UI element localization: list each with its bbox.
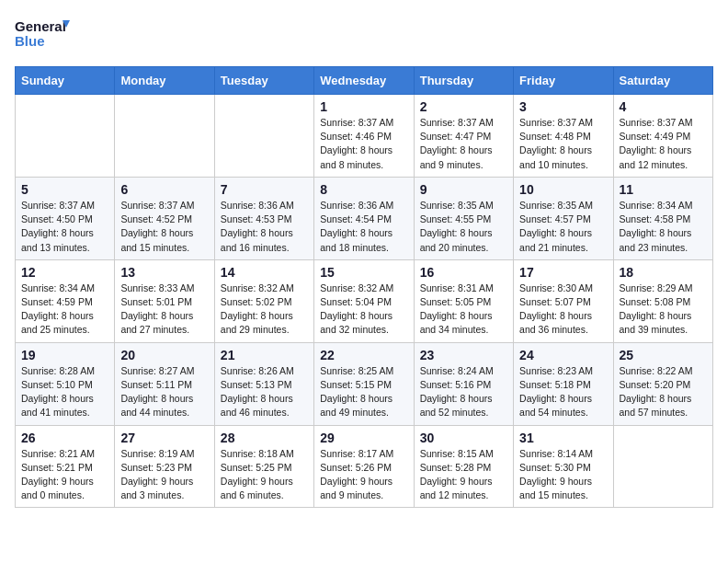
day-info: Sunrise: 8:14 AM Sunset: 5:30 PM Dayligh… bbox=[519, 447, 607, 503]
day-info: Sunrise: 8:32 AM Sunset: 5:02 PM Dayligh… bbox=[221, 282, 308, 338]
day-number: 9 bbox=[420, 182, 507, 197]
calendar-cell: 30Sunrise: 8:15 AM Sunset: 5:28 PM Dayli… bbox=[414, 425, 513, 508]
day-info: Sunrise: 8:17 AM Sunset: 5:26 PM Dayligh… bbox=[320, 447, 407, 503]
calendar-cell: 31Sunrise: 8:14 AM Sunset: 5:30 PM Dayli… bbox=[514, 425, 613, 508]
day-number: 27 bbox=[120, 431, 208, 445]
calendar-cell: 3Sunrise: 8:37 AM Sunset: 4:48 PM Daylig… bbox=[514, 95, 613, 178]
calendar-cell: 25Sunrise: 8:22 AM Sunset: 5:20 PM Dayli… bbox=[613, 342, 712, 425]
day-info: Sunrise: 8:34 AM Sunset: 4:59 PM Dayligh… bbox=[21, 282, 108, 338]
calendar-week-3: 12Sunrise: 8:34 AM Sunset: 4:59 PM Dayli… bbox=[16, 259, 713, 342]
day-info: Sunrise: 8:35 AM Sunset: 4:57 PM Dayligh… bbox=[519, 199, 607, 255]
day-number: 30 bbox=[420, 431, 507, 445]
calendar-cell: 22Sunrise: 8:25 AM Sunset: 5:15 PM Dayli… bbox=[314, 342, 414, 425]
calendar-cell: 29Sunrise: 8:17 AM Sunset: 5:26 PM Dayli… bbox=[314, 425, 414, 508]
day-info: Sunrise: 8:23 AM Sunset: 5:18 PM Dayligh… bbox=[519, 364, 607, 420]
day-number: 10 bbox=[519, 182, 607, 197]
calendar-cell bbox=[214, 95, 313, 178]
day-number: 1 bbox=[320, 99, 407, 114]
day-number: 22 bbox=[320, 348, 407, 362]
day-number: 31 bbox=[519, 431, 607, 445]
day-number: 11 bbox=[620, 182, 707, 197]
weekday-header-saturday: Saturday bbox=[613, 67, 712, 95]
calendar-week-2: 5Sunrise: 8:37 AM Sunset: 4:50 PM Daylig… bbox=[16, 177, 713, 259]
calendar-cell bbox=[613, 425, 712, 508]
calendar-cell: 12Sunrise: 8:34 AM Sunset: 4:59 PM Dayli… bbox=[16, 259, 115, 342]
day-info: Sunrise: 8:35 AM Sunset: 4:55 PM Dayligh… bbox=[420, 199, 507, 255]
day-number: 18 bbox=[620, 265, 707, 280]
day-number: 24 bbox=[519, 348, 607, 362]
day-number: 13 bbox=[120, 265, 208, 280]
day-number: 29 bbox=[320, 431, 407, 445]
day-number: 2 bbox=[420, 99, 507, 114]
calendar-cell: 26Sunrise: 8:21 AM Sunset: 5:21 PM Dayli… bbox=[16, 425, 115, 508]
day-info: Sunrise: 8:21 AM Sunset: 5:21 PM Dayligh… bbox=[21, 447, 108, 503]
day-info: Sunrise: 8:37 AM Sunset: 4:52 PM Dayligh… bbox=[120, 199, 208, 255]
logo: General Blue bbox=[15, 15, 70, 55]
calendar-cell: 4Sunrise: 8:37 AM Sunset: 4:49 PM Daylig… bbox=[613, 95, 712, 178]
svg-text:General: General bbox=[15, 18, 66, 34]
day-number: 16 bbox=[420, 265, 507, 280]
calendar-cell: 10Sunrise: 8:35 AM Sunset: 4:57 PM Dayli… bbox=[514, 177, 613, 259]
day-number: 6 bbox=[120, 182, 208, 197]
calendar-cell: 27Sunrise: 8:19 AM Sunset: 5:23 PM Dayli… bbox=[115, 425, 214, 508]
calendar-week-4: 19Sunrise: 8:28 AM Sunset: 5:10 PM Dayli… bbox=[16, 342, 713, 425]
calendar-cell bbox=[115, 95, 214, 178]
calendar-cell: 9Sunrise: 8:35 AM Sunset: 4:55 PM Daylig… bbox=[414, 177, 513, 259]
day-number: 26 bbox=[21, 431, 108, 445]
weekday-header-friday: Friday bbox=[514, 67, 613, 95]
calendar-cell: 28Sunrise: 8:18 AM Sunset: 5:25 PM Dayli… bbox=[214, 425, 313, 508]
day-number: 17 bbox=[519, 265, 607, 280]
day-number: 15 bbox=[320, 265, 407, 280]
day-info: Sunrise: 8:36 AM Sunset: 4:53 PM Dayligh… bbox=[221, 199, 308, 255]
day-number: 25 bbox=[620, 348, 707, 362]
weekday-header-tuesday: Tuesday bbox=[214, 67, 313, 95]
calendar-cell: 1Sunrise: 8:37 AM Sunset: 4:46 PM Daylig… bbox=[314, 95, 414, 178]
day-info: Sunrise: 8:31 AM Sunset: 5:05 PM Dayligh… bbox=[420, 282, 507, 338]
calendar-header-row: SundayMondayTuesdayWednesdayThursdayFrid… bbox=[16, 67, 713, 95]
day-info: Sunrise: 8:25 AM Sunset: 5:15 PM Dayligh… bbox=[320, 364, 407, 420]
calendar-cell: 7Sunrise: 8:36 AM Sunset: 4:53 PM Daylig… bbox=[214, 177, 313, 259]
calendar-cell: 15Sunrise: 8:32 AM Sunset: 5:04 PM Dayli… bbox=[314, 259, 414, 342]
weekday-header-wednesday: Wednesday bbox=[314, 67, 414, 95]
calendar-cell: 2Sunrise: 8:37 AM Sunset: 4:47 PM Daylig… bbox=[414, 95, 513, 178]
calendar-cell: 20Sunrise: 8:27 AM Sunset: 5:11 PM Dayli… bbox=[115, 342, 214, 425]
day-info: Sunrise: 8:33 AM Sunset: 5:01 PM Dayligh… bbox=[120, 282, 208, 338]
weekday-header-thursday: Thursday bbox=[414, 67, 513, 95]
calendar-cell: 13Sunrise: 8:33 AM Sunset: 5:01 PM Dayli… bbox=[115, 259, 214, 342]
day-info: Sunrise: 8:18 AM Sunset: 5:25 PM Dayligh… bbox=[221, 447, 308, 503]
day-info: Sunrise: 8:19 AM Sunset: 5:23 PM Dayligh… bbox=[120, 447, 208, 503]
day-number: 28 bbox=[221, 431, 308, 445]
day-info: Sunrise: 8:29 AM Sunset: 5:08 PM Dayligh… bbox=[620, 282, 707, 338]
day-number: 5 bbox=[21, 182, 108, 197]
calendar-cell: 8Sunrise: 8:36 AM Sunset: 4:54 PM Daylig… bbox=[314, 177, 414, 259]
day-info: Sunrise: 8:36 AM Sunset: 4:54 PM Dayligh… bbox=[320, 199, 407, 255]
calendar-cell: 16Sunrise: 8:31 AM Sunset: 5:05 PM Dayli… bbox=[414, 259, 513, 342]
calendar-cell: 5Sunrise: 8:37 AM Sunset: 4:50 PM Daylig… bbox=[16, 177, 115, 259]
weekday-header-monday: Monday bbox=[115, 67, 214, 95]
day-number: 7 bbox=[221, 182, 308, 197]
calendar-cell: 19Sunrise: 8:28 AM Sunset: 5:10 PM Dayli… bbox=[16, 342, 115, 425]
calendar-table: SundayMondayTuesdayWednesdayThursdayFrid… bbox=[15, 66, 713, 508]
calendar-cell: 23Sunrise: 8:24 AM Sunset: 5:16 PM Dayli… bbox=[414, 342, 513, 425]
day-info: Sunrise: 8:37 AM Sunset: 4:49 PM Dayligh… bbox=[620, 116, 707, 172]
svg-text:Blue: Blue bbox=[15, 33, 45, 49]
page-header: General Blue bbox=[15, 15, 713, 55]
calendar-cell: 11Sunrise: 8:34 AM Sunset: 4:58 PM Dayli… bbox=[613, 177, 712, 259]
calendar-cell bbox=[16, 95, 115, 178]
day-number: 4 bbox=[620, 99, 707, 114]
calendar-cell: 18Sunrise: 8:29 AM Sunset: 5:08 PM Dayli… bbox=[613, 259, 712, 342]
day-info: Sunrise: 8:37 AM Sunset: 4:48 PM Dayligh… bbox=[519, 116, 607, 172]
day-info: Sunrise: 8:34 AM Sunset: 4:58 PM Dayligh… bbox=[620, 199, 707, 255]
day-info: Sunrise: 8:28 AM Sunset: 5:10 PM Dayligh… bbox=[21, 364, 108, 420]
logo-svg: General Blue bbox=[15, 15, 70, 55]
day-info: Sunrise: 8:32 AM Sunset: 5:04 PM Dayligh… bbox=[320, 282, 407, 338]
day-number: 3 bbox=[519, 99, 607, 114]
day-number: 23 bbox=[420, 348, 507, 362]
calendar-cell: 17Sunrise: 8:30 AM Sunset: 5:07 PM Dayli… bbox=[514, 259, 613, 342]
calendar-week-5: 26Sunrise: 8:21 AM Sunset: 5:21 PM Dayli… bbox=[16, 425, 713, 508]
day-info: Sunrise: 8:27 AM Sunset: 5:11 PM Dayligh… bbox=[120, 364, 208, 420]
day-number: 12 bbox=[21, 265, 108, 280]
day-number: 19 bbox=[21, 348, 108, 362]
day-info: Sunrise: 8:37 AM Sunset: 4:50 PM Dayligh… bbox=[21, 199, 108, 255]
day-info: Sunrise: 8:37 AM Sunset: 4:46 PM Dayligh… bbox=[320, 116, 407, 172]
